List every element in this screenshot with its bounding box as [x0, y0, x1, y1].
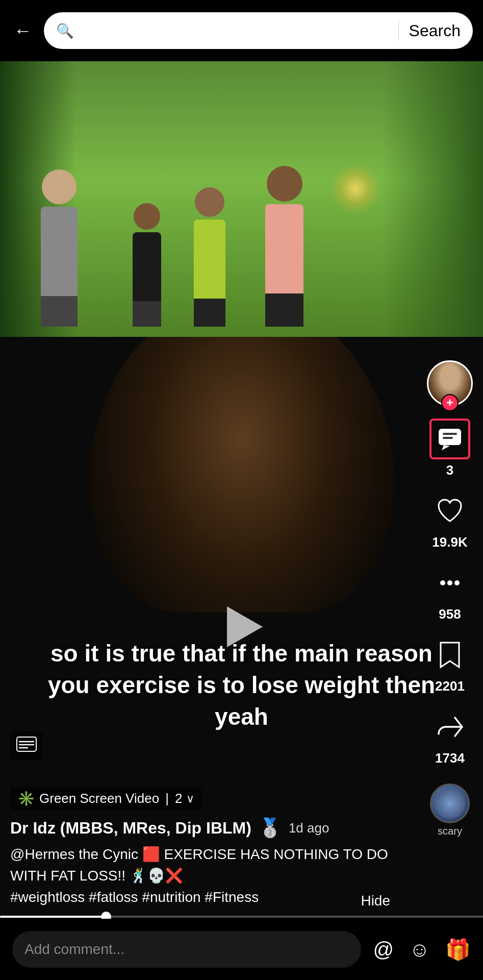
header: ← 🔍 Search: [0, 0, 483, 61]
more-action[interactable]: 958: [429, 562, 470, 622]
play-icon: [227, 606, 263, 647]
back-button[interactable]: ←: [10, 20, 36, 41]
video-background-top: [0, 61, 483, 357]
svg-rect-6: [443, 437, 453, 439]
green-screen-count: 2: [175, 791, 182, 806]
search-bar[interactable]: 🔍 Search: [44, 12, 473, 49]
play-button[interactable]: [216, 601, 267, 652]
emoji-button[interactable]: ☺: [409, 938, 430, 961]
sparkle-icon: ✳️: [17, 790, 35, 807]
like-count: 19.9K: [432, 534, 467, 550]
follow-badge[interactable]: +: [441, 394, 459, 411]
creator-avatar[interactable]: +: [427, 360, 473, 406]
comment-input[interactable]: Add comment...: [12, 931, 361, 968]
share-action[interactable]: 1734: [429, 706, 470, 766]
comment-bar: Add comment... @ ☺ 🎁: [0, 919, 483, 980]
video-progress-bar[interactable]: [0, 916, 483, 918]
comment-count: 3: [446, 462, 453, 478]
sun-flare: [330, 163, 381, 214]
search-divider: [398, 20, 399, 41]
runner-4: [265, 166, 303, 327]
like-icon-box: [429, 491, 470, 531]
share-count: 1734: [435, 750, 465, 766]
hashtags[interactable]: #weightloss #fatloss #nutrition #Fitness: [10, 889, 259, 905]
badge-separator: |: [165, 791, 169, 806]
svg-point-9: [454, 580, 460, 585]
search-icon: 🔍: [56, 22, 74, 39]
more-icon: [436, 569, 464, 597]
video-meta: Dr Idz (MBBS, MRes, Dip IBLM) 🥈 1d ago: [10, 817, 401, 839]
heart-icon: [436, 497, 464, 525]
sound-avatar: [430, 783, 470, 823]
svg-point-8: [447, 580, 452, 585]
runner-2: [133, 203, 161, 327]
chevron-down-icon: ∨: [186, 792, 194, 805]
bookmark-icon: [437, 641, 463, 669]
comment-actions: @ ☺ 🎁: [373, 938, 471, 962]
sound-label: scary: [430, 825, 470, 837]
share-icon-box: [429, 706, 470, 747]
caption-toggle[interactable]: [10, 731, 43, 761]
green-screen-label: Green Screen Video: [39, 791, 159, 806]
time-ago: 1d ago: [289, 820, 329, 836]
green-screen-badge[interactable]: ✳️ Green Screen Video | 2 ∨: [10, 787, 201, 810]
creator-username[interactable]: Dr Idz (MBBS, MRes, Dip IBLM): [10, 819, 251, 838]
at-button[interactable]: @: [373, 938, 394, 961]
search-button[interactable]: Search: [409, 21, 461, 40]
tree-right: [381, 61, 483, 357]
comment-placeholder: Add comment...: [24, 941, 124, 958]
more-icon-box: [429, 562, 470, 603]
mention[interactable]: @Hermes the Cynic: [10, 846, 138, 862]
video-description: @Hermes the Cynic 🟥 EXERCISE HAS NOTHING…: [10, 844, 401, 908]
right-action-bar: + 3 19.9K 958: [427, 360, 473, 837]
save-action[interactable]: 2201: [429, 634, 470, 694]
gift-button[interactable]: 🎁: [445, 938, 471, 962]
like-action[interactable]: 19.9K: [429, 491, 470, 550]
svg-rect-5: [443, 433, 457, 435]
comment-icon-box: [429, 419, 470, 459]
svg-point-7: [440, 580, 445, 585]
face-background: [89, 337, 395, 612]
runner-3: [194, 187, 225, 327]
save-count: 2201: [435, 678, 465, 694]
sound-avatar-wrap[interactable]: scary: [430, 783, 470, 837]
medal-icon: 🥈: [259, 817, 282, 839]
comment-action[interactable]: 3: [429, 419, 470, 478]
more-count: 958: [439, 606, 461, 622]
hide-button[interactable]: Hide: [354, 891, 396, 911]
comment-icon: [437, 426, 463, 452]
progress-fill: [0, 916, 106, 918]
video-info: ✳️ Green Screen Video | 2 ∨ Dr Idz (MBBS…: [0, 787, 412, 911]
bookmark-icon-box: [429, 634, 470, 675]
share-icon: [437, 714, 463, 740]
runner-1: [41, 169, 78, 327]
